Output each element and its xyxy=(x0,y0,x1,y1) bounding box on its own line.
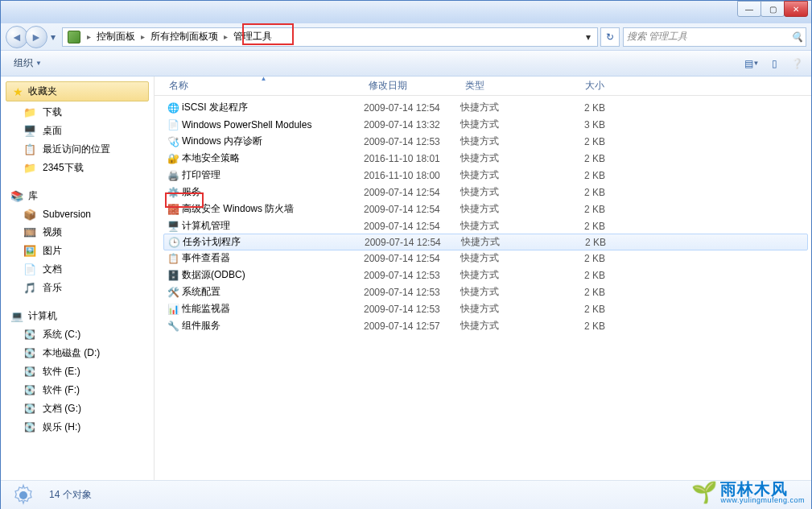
file-row[interactable]: 🛠️系统配置2009-07-14 12:53快捷方式2 KB xyxy=(164,283,811,300)
navigation-pane[interactable]: ★ 收藏夹 📁下载 🖥️桌面 📋最近访问的位置 📁2345下载 📚 库 📦Sub… xyxy=(1,77,155,480)
file-name: Windows 内存诊断 xyxy=(182,134,364,148)
details-pane: 14 个对象 xyxy=(1,480,811,509)
breadcrumb-item[interactable]: 控制面板 xyxy=(94,28,138,45)
file-row[interactable]: 🔧组件服务2009-07-14 12:57快捷方式2 KB xyxy=(164,317,811,334)
nav-drive-e[interactable]: 💽软件 (E:) xyxy=(1,362,154,381)
star-icon: ★ xyxy=(13,85,23,98)
file-date: 2016-11-10 18:00 xyxy=(364,170,460,181)
nav-music[interactable]: 🎵音乐 xyxy=(1,279,154,297)
file-icon: 🩺 xyxy=(164,136,182,147)
file-icon: 📄 xyxy=(164,119,182,130)
file-row[interactable]: 🌐iSCSI 发起程序2009-07-14 12:54快捷方式2 KB xyxy=(164,99,811,116)
file-size: 2 KB xyxy=(557,136,621,147)
object-count: 14 个对象 xyxy=(49,488,92,502)
file-icon: 🕒 xyxy=(165,237,183,248)
file-type: 快捷方式 xyxy=(461,235,558,249)
file-icon: 🧱 xyxy=(164,204,182,215)
video-icon: 🎞️ xyxy=(23,226,36,239)
titlebar: — ▢ ✕ xyxy=(1,1,811,23)
file-type: 快捷方式 xyxy=(460,185,557,199)
sort-asc-icon: ▲ xyxy=(261,75,267,82)
breadcrumb-item[interactable]: 所有控制面板项 xyxy=(148,28,221,45)
nav-drive-h[interactable]: 💽娱乐 (H:) xyxy=(1,418,154,437)
preview-pane-button[interactable]: ▯ xyxy=(766,56,782,71)
breadcrumb-item[interactable]: 管理工具 xyxy=(231,28,274,45)
nav-recent[interactable]: 📋最近访问的位置 xyxy=(1,140,154,159)
nav-drive-d[interactable]: 💽本地磁盘 (D:) xyxy=(1,344,154,362)
file-name: 性能监视器 xyxy=(182,302,364,316)
close-button[interactable]: ✕ xyxy=(784,1,808,17)
file-row[interactable]: 📄Windows PowerShell Modules2009-07-14 13… xyxy=(164,116,811,133)
computer-label: 计算机 xyxy=(28,309,57,323)
nav-history-dropdown[interactable]: ▾ xyxy=(47,29,59,45)
file-name: 服务 xyxy=(182,185,364,199)
organize-label: 组织 xyxy=(14,56,33,70)
chevron-right-icon[interactable]: ▸ xyxy=(138,32,148,41)
file-name: iSCSI 发起程序 xyxy=(182,101,364,114)
file-date: 2009-07-14 12:54 xyxy=(364,253,460,264)
computer-icon: 💻 xyxy=(10,310,23,323)
breadcrumb[interactable]: ▸ 控制面板 ▸ 所有控制面板项 ▸ 管理工具 ▾ xyxy=(62,27,598,47)
refresh-button[interactable]: ↻ xyxy=(600,27,620,47)
nav-drive-c[interactable]: 💽系统 (C:) xyxy=(1,325,154,344)
file-date: 2009-07-14 12:54 xyxy=(364,102,460,114)
file-type: 快捷方式 xyxy=(460,168,557,182)
file-name: 计算机管理 xyxy=(182,219,364,233)
view-options-button[interactable]: ▤ ▼ xyxy=(744,56,760,71)
favorites-section[interactable]: ★ 收藏夹 xyxy=(6,81,149,101)
file-icon: 📋 xyxy=(164,253,182,264)
nav-2345download[interactable]: 📁2345下载 xyxy=(1,159,154,177)
minimize-button[interactable]: — xyxy=(737,1,761,17)
help-button[interactable]: ❔ xyxy=(789,56,805,71)
nav-pictures[interactable]: 🖼️图片 xyxy=(1,242,154,260)
column-size[interactable]: 大小 xyxy=(557,76,621,96)
column-name[interactable]: 名称▲ xyxy=(164,76,364,96)
file-row[interactable]: 🩺Windows 内存诊断2009-07-14 12:53快捷方式2 KB xyxy=(164,133,811,150)
file-row[interactable]: 🗄️数据源(ODBC)2009-07-14 12:53快捷方式2 KB xyxy=(164,267,811,283)
search-placeholder: 搜索 管理工具 xyxy=(627,30,687,43)
music-icon: 🎵 xyxy=(23,282,36,295)
nav-drive-f[interactable]: 💽软件 (F:) xyxy=(1,381,154,399)
forward-button[interactable]: ► xyxy=(25,26,47,48)
search-icon[interactable]: 🔍 xyxy=(791,31,802,43)
file-row[interactable]: 🕒任务计划程序2009-07-14 12:54快捷方式2 KB xyxy=(163,234,808,250)
svn-icon: 📦 xyxy=(23,208,36,221)
nav-subversion[interactable]: 📦Subversion xyxy=(1,205,154,223)
file-row[interactable]: ⚙️服务2009-07-14 12:54快捷方式2 KB xyxy=(164,184,811,201)
favorites-label: 收藏夹 xyxy=(28,85,57,98)
file-date: 2009-07-14 12:53 xyxy=(364,304,460,315)
file-size: 2 KB xyxy=(557,204,621,215)
column-date[interactable]: 修改日期 xyxy=(364,76,460,96)
maximize-button[interactable]: ▢ xyxy=(760,1,785,17)
nav-videos[interactable]: 🎞️视频 xyxy=(1,223,154,242)
organize-button[interactable]: 组织 ▼ xyxy=(7,53,48,73)
file-icon: 🛠️ xyxy=(164,287,182,298)
nav-documents[interactable]: 📄文档 xyxy=(1,260,154,279)
file-type: 快捷方式 xyxy=(460,285,557,299)
file-row[interactable]: 🔐本地安全策略2016-11-10 18:01快捷方式2 KB xyxy=(164,150,811,167)
computer-section[interactable]: 💻 计算机 xyxy=(1,307,154,325)
file-type: 快捷方式 xyxy=(460,101,557,114)
file-list[interactable]: 🌐iSCSI 发起程序2009-07-14 12:54快捷方式2 KB📄Wind… xyxy=(155,96,811,337)
file-date: 2009-07-14 12:54 xyxy=(364,221,460,232)
file-row[interactable]: 🖥️计算机管理2009-07-14 12:54快捷方式2 KB xyxy=(164,217,811,234)
file-row[interactable]: 📋事件查看器2009-07-14 12:54快捷方式2 KB xyxy=(164,250,811,267)
svg-point-0 xyxy=(19,491,27,499)
column-type[interactable]: 类型 xyxy=(460,76,557,96)
file-row[interactable]: 🖨️打印管理2016-11-10 18:00快捷方式2 KB xyxy=(164,167,811,184)
file-type: 快捷方式 xyxy=(460,251,557,265)
nav-drive-g[interactable]: 💽文档 (G:) xyxy=(1,399,154,418)
chevron-right-icon[interactable]: ▸ xyxy=(221,32,231,41)
address-dropdown[interactable]: ▾ xyxy=(580,31,596,43)
drive-icon: 💽 xyxy=(23,421,36,434)
file-icon: 📊 xyxy=(164,304,182,315)
file-size: 2 KB xyxy=(557,102,621,114)
file-name: 高级安全 Windows 防火墙 xyxy=(182,202,364,216)
search-input[interactable]: 搜索 管理工具 🔍 xyxy=(623,27,806,47)
nav-downloads[interactable]: 📁下载 xyxy=(1,103,154,122)
file-row[interactable]: 🧱高级安全 Windows 防火墙2009-07-14 12:54快捷方式2 K… xyxy=(164,201,811,217)
chevron-right-icon[interactable]: ▸ xyxy=(84,32,94,41)
nav-desktop[interactable]: 🖥️桌面 xyxy=(1,122,154,140)
libraries-section[interactable]: 📚 库 xyxy=(1,187,154,205)
file-row[interactable]: 📊性能监视器2009-07-14 12:53快捷方式2 KB xyxy=(164,300,811,317)
